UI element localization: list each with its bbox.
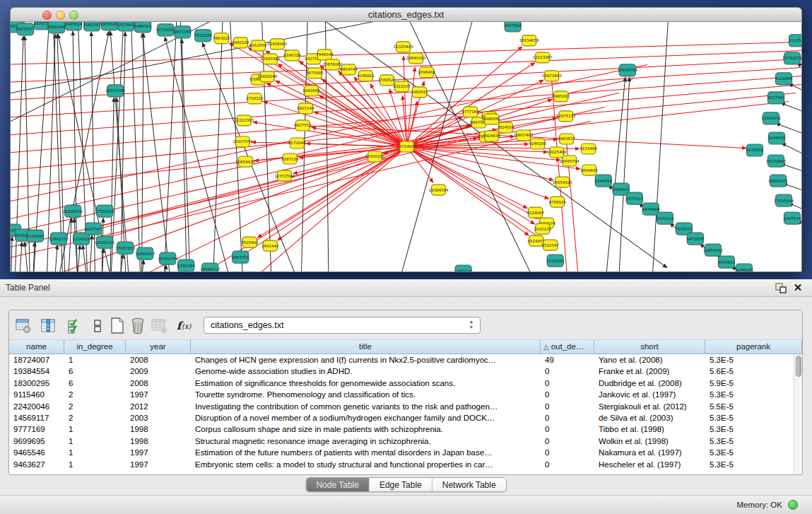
cell-year[interactable]: 1997 — [126, 459, 191, 470]
select-all-icon[interactable] — [65, 317, 83, 335]
network-node[interactable]: 17957253 — [115, 242, 135, 254]
network-node[interactable]: 15751074 — [782, 52, 802, 64]
network-node[interactable]: 6466161 — [134, 22, 152, 33]
function-builder-icon[interactable]: f (x) — [175, 317, 197, 335]
network-node[interactable]: 9115460 — [579, 144, 597, 154]
cell-title[interactable]: Corpus callosum shape and size in male p… — [191, 424, 541, 435]
network-node[interactable]: 2718120 — [246, 93, 264, 104]
cell-short[interactable]: Stergiakouli et al. (2012) — [594, 401, 705, 412]
network-node[interactable]: 18724007 — [396, 141, 416, 152]
network-node[interactable]: 8186328 — [283, 50, 301, 61]
delete-table-icon[interactable] — [150, 317, 168, 335]
cell-year[interactable]: 2003 — [126, 412, 191, 424]
network-node[interactable]: 11325419 — [393, 42, 413, 52]
cell-year[interactable]: 1998 — [126, 424, 191, 435]
close-window-button[interactable] — [42, 11, 52, 20]
cell-title[interactable]: Tourette syndrome. Phenomenology and cla… — [191, 389, 541, 400]
network-node[interactable]: 15692971 — [768, 175, 788, 187]
cell-title[interactable]: Genome-wide association studies in ADHD. — [191, 366, 541, 377]
unselect-all-icon[interactable] — [88, 317, 107, 335]
network-node[interactable]: 1696482 — [418, 67, 435, 78]
network-node[interactable]: 9857791 — [232, 251, 249, 263]
tab-edge-table[interactable]: Edge Table — [370, 478, 433, 491]
network-node[interactable]: 12093832 — [761, 112, 781, 124]
network-node[interactable]: 16782759 — [158, 252, 177, 264]
network-node[interactable]: 12975115 — [556, 111, 576, 122]
cell-title[interactable]: Disruption of a novel member of a sodium… — [191, 412, 541, 424]
network-node[interactable]: 8912954 — [249, 40, 267, 51]
network-node[interactable]: 8427552 — [294, 120, 312, 131]
network-node[interactable]: 9124067 — [526, 207, 544, 218]
network-node[interactable]: 2522547 — [541, 240, 559, 250]
minimize-window-button[interactable] — [56, 11, 65, 20]
network-node[interactable]: 7663822 — [213, 33, 230, 44]
network-node[interactable]: 7446546 — [316, 49, 334, 60]
cell-short[interactable]: Yano et al. (2008) — [594, 354, 705, 366]
tab-node-table[interactable]: Node Table — [306, 478, 370, 491]
network-node[interactable]: 8454749 — [340, 64, 358, 75]
network-node[interactable]: 9699695 — [580, 165, 598, 175]
cell-year[interactable]: 2009 — [126, 366, 191, 377]
cell-year[interactable]: 1997 — [126, 447, 191, 458]
cell-pagerank[interactable]: 5.9E-5 — [705, 378, 794, 389]
network-node[interactable]: 18640910 — [406, 53, 426, 64]
network-node[interactable]: 15654923 — [553, 177, 572, 187]
network-node[interactable]: 9242845 — [302, 86, 320, 96]
network-node[interactable]: 1903624 — [65, 22, 83, 30]
cell-name[interactable]: 9699695 — [9, 436, 64, 447]
cell-year[interactable]: 1998 — [126, 436, 191, 447]
network-node[interactable]: 6479197 — [626, 192, 644, 204]
network-node[interactable]: 8322037 — [393, 81, 411, 92]
column-header-short[interactable]: short — [594, 340, 705, 354]
network-node[interactable]: 17359928 — [95, 205, 114, 217]
float-panel-icon[interactable] — [775, 283, 787, 293]
cell-short[interactable]: de Silva et al. (2003) — [594, 412, 705, 424]
cell-name[interactable]: 9465546 — [9, 447, 64, 458]
network-node[interactable]: 9146821 — [357, 71, 375, 81]
network-node[interactable]: 9777169 — [461, 107, 479, 117]
zoom-window-button[interactable] — [69, 11, 78, 20]
network-node[interactable]: 20206536 — [63, 205, 83, 217]
network-node[interactable]: 1115686 — [27, 230, 45, 242]
table-row[interactable]: 1872400712008Changes of HCN gene express… — [9, 354, 794, 366]
cell-name[interactable]: 19384554 — [9, 366, 64, 377]
network-window-titlebar[interactable]: citations_edges.txt — [10, 7, 802, 22]
close-panel-icon[interactable]: ✕ — [792, 281, 804, 294]
network-node[interactable]: 1244415 — [768, 132, 786, 144]
cell-in_degree[interactable]: 2 — [64, 389, 126, 400]
new-table-icon[interactable] — [108, 317, 126, 335]
scrollbar-thumb[interactable] — [796, 356, 801, 377]
cell-title[interactable]: Estimation of significance thresholds fo… — [191, 378, 541, 389]
cell-pagerank[interactable]: 5.3E-5 — [705, 412, 794, 424]
network-node[interactable]: 9671358 — [174, 26, 192, 38]
column-header-year[interactable]: year — [126, 340, 191, 354]
cell-in_degree[interactable]: 2 — [64, 412, 126, 424]
cell-short[interactable]: Dudbridge et al. (2008) — [594, 378, 705, 389]
cell-title[interactable]: Changes of HCN gene expression and I(f) … — [191, 354, 541, 366]
network-node[interactable]: 8471676 — [687, 233, 705, 245]
tab-network-table[interactable]: Network Table — [433, 478, 506, 491]
column-header-out_degree[interactable]: △out_de… — [541, 340, 594, 354]
network-node[interactable]: 20891406 — [47, 22, 66, 33]
network-node[interactable]: 9267130 — [281, 153, 299, 164]
network-node[interactable]: 22420046 — [257, 71, 277, 82]
network-node[interactable]: 18300295 — [365, 151, 384, 162]
network-node[interactable]: 9960128 — [232, 37, 249, 48]
table-row[interactable]: 977716911998Corpus callosum shape and si… — [9, 424, 794, 435]
cell-name[interactable]: 9463627 — [9, 459, 64, 470]
network-node[interactable]: 18107554 — [233, 136, 252, 147]
column-header-title[interactable]: title — [191, 340, 541, 354]
network-node[interactable]: 10654935 — [235, 156, 255, 167]
network-node[interactable]: 1640954 — [594, 175, 612, 187]
cell-pagerank[interactable]: 5.3E-5 — [705, 424, 794, 435]
network-node[interactable]: 1167534 — [784, 212, 801, 224]
network-node[interactable]: 20153346 — [105, 85, 125, 97]
network-node[interactable]: 10654162 — [703, 244, 723, 256]
cell-in_degree[interactable]: 6 — [64, 366, 126, 377]
network-node[interactable]: 9246160 — [529, 139, 546, 149]
cell-name[interactable]: 22420046 — [9, 401, 64, 412]
network-node[interactable]: 10607487 — [514, 130, 534, 141]
network-node[interactable]: 14035572 — [16, 23, 35, 35]
column-visibility-icon[interactable] — [39, 317, 57, 335]
network-node[interactable]: 16154838 — [519, 35, 539, 46]
